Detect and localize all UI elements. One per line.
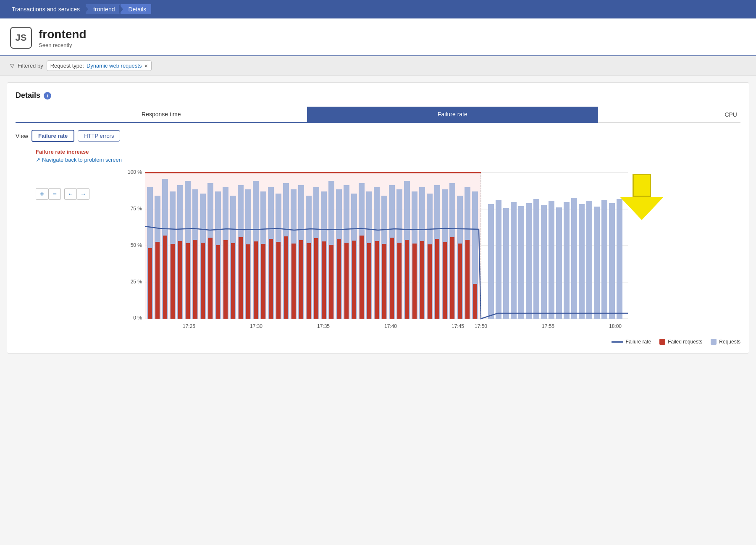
svg-text:17:40: 17:40 <box>384 323 397 329</box>
svg-text:17:55: 17:55 <box>542 323 554 329</box>
svg-text:75 %: 75 % <box>131 206 142 212</box>
svg-rect-82 <box>208 238 213 319</box>
yellow-arrow <box>625 174 659 220</box>
filter-type-label: Request type: <box>50 63 84 69</box>
svg-rect-81 <box>201 243 205 319</box>
svg-rect-100 <box>344 243 349 319</box>
svg-rect-95 <box>307 243 311 319</box>
svg-text:17:35: 17:35 <box>317 323 330 329</box>
svg-rect-68 <box>579 204 585 319</box>
legend-requests: Requests <box>711 339 740 345</box>
view-label: View <box>16 133 28 139</box>
svg-rect-97 <box>322 241 326 319</box>
svg-rect-106 <box>390 238 394 319</box>
view-failure-rate-button[interactable]: Failure rate <box>32 130 74 142</box>
breadcrumb: Transactions and services frontend Detai… <box>0 0 756 18</box>
tab-cpu[interactable]: CPU <box>598 107 740 122</box>
page-header: JS frontend Seen recently <box>0 18 756 56</box>
filter-icon: ▽ <box>10 63 14 69</box>
service-info: frontend Seen recently <box>39 28 87 48</box>
svg-rect-84 <box>223 240 228 319</box>
svg-rect-64 <box>549 201 554 319</box>
nav-right-button[interactable]: → <box>77 188 89 200</box>
svg-rect-112 <box>435 239 439 319</box>
svg-rect-63 <box>541 205 547 319</box>
svg-rect-107 <box>397 243 402 319</box>
svg-rect-113 <box>443 242 447 319</box>
svg-text:100 %: 100 % <box>128 169 142 175</box>
svg-text:17:45: 17:45 <box>452 323 464 329</box>
svg-rect-116 <box>465 240 470 319</box>
svg-rect-83 <box>216 245 220 319</box>
svg-text:0 %: 0 % <box>133 315 142 321</box>
svg-rect-115 <box>458 244 462 319</box>
svg-rect-87 <box>246 244 250 319</box>
svg-text:50 %: 50 % <box>131 242 142 248</box>
svg-rect-109 <box>412 244 417 319</box>
tab-failure-rate[interactable]: Failure rate <box>307 107 598 123</box>
svg-text:17:50: 17:50 <box>475 323 487 329</box>
svg-rect-79 <box>186 243 190 319</box>
svg-rect-69 <box>586 201 592 319</box>
svg-rect-58 <box>503 208 509 319</box>
chart-legend: Failure rate Failed requests Requests <box>16 339 740 345</box>
svg-rect-70 <box>594 207 600 319</box>
svg-rect-80 <box>193 240 197 319</box>
service-icon: JS <box>10 27 32 49</box>
details-info-icon[interactable]: i <box>44 92 51 100</box>
svg-rect-65 <box>556 207 562 319</box>
svg-rect-117 <box>473 284 477 319</box>
filtered-by-label: Filtered by <box>18 63 43 69</box>
breadcrumb-item-frontend[interactable]: frontend <box>86 4 120 14</box>
svg-rect-114 <box>450 237 454 319</box>
svg-rect-110 <box>420 241 424 319</box>
svg-rect-74 <box>148 248 152 319</box>
breadcrumb-item-details[interactable]: Details <box>121 4 151 14</box>
filter-close-button[interactable]: × <box>144 62 148 69</box>
svg-rect-75 <box>155 242 160 319</box>
legend-failure-rate: Failure rate <box>612 339 651 345</box>
svg-text:18:00: 18:00 <box>609 323 622 329</box>
legend-blue-bar-icon <box>711 339 717 345</box>
svg-rect-104 <box>375 241 379 319</box>
svg-rect-101 <box>352 241 356 319</box>
svg-text:17:25: 17:25 <box>183 323 195 329</box>
navigate-link[interactable]: ↗ Navigate back to problem screen <box>36 157 740 163</box>
svg-rect-85 <box>231 243 235 319</box>
svg-rect-67 <box>571 198 577 319</box>
legend-line-icon <box>612 341 623 343</box>
svg-text:17:30: 17:30 <box>250 323 262 329</box>
svg-rect-66 <box>564 202 570 319</box>
svg-rect-105 <box>382 244 386 319</box>
svg-text:25 %: 25 % <box>131 279 142 285</box>
view-http-errors-button[interactable]: HTTP errors <box>78 130 120 141</box>
zoom-in-button[interactable]: + <box>36 188 48 200</box>
tabs-row: Response time Failure rate CPU <box>16 107 740 123</box>
svg-rect-96 <box>314 238 318 319</box>
svg-rect-91 <box>276 242 281 319</box>
svg-rect-76 <box>163 236 167 319</box>
legend-failed-requests: Failed requests <box>659 339 702 345</box>
svg-rect-90 <box>269 239 273 319</box>
zoom-out-button[interactable]: − <box>48 188 61 200</box>
svg-rect-108 <box>405 240 409 319</box>
filter-bar: ▽ Filtered by Request type: Dynamic web … <box>0 56 756 76</box>
svg-rect-86 <box>239 237 243 319</box>
zoom-controls: + − ← → <box>36 188 89 200</box>
svg-rect-94 <box>299 240 303 319</box>
chart-annotations: Failure rate increase ↗ Navigate back to… <box>16 149 740 163</box>
nav-left-button[interactable]: ← <box>64 188 77 200</box>
svg-rect-88 <box>254 241 258 319</box>
svg-rect-92 <box>284 236 288 319</box>
tab-response-time[interactable]: Response time <box>16 107 307 123</box>
svg-rect-98 <box>329 245 333 319</box>
svg-rect-99 <box>337 239 341 319</box>
view-row: View Failure rate HTTP errors <box>16 130 740 142</box>
svg-rect-77 <box>171 244 175 319</box>
breadcrumb-item-transactions[interactable]: Transactions and services <box>8 4 85 14</box>
svg-rect-102 <box>360 236 364 319</box>
svg-rect-61 <box>526 203 532 319</box>
svg-rect-71 <box>601 200 607 319</box>
main-content: Details i Response time Failure rate CPU… <box>7 82 749 354</box>
details-title: Details i <box>16 91 740 100</box>
